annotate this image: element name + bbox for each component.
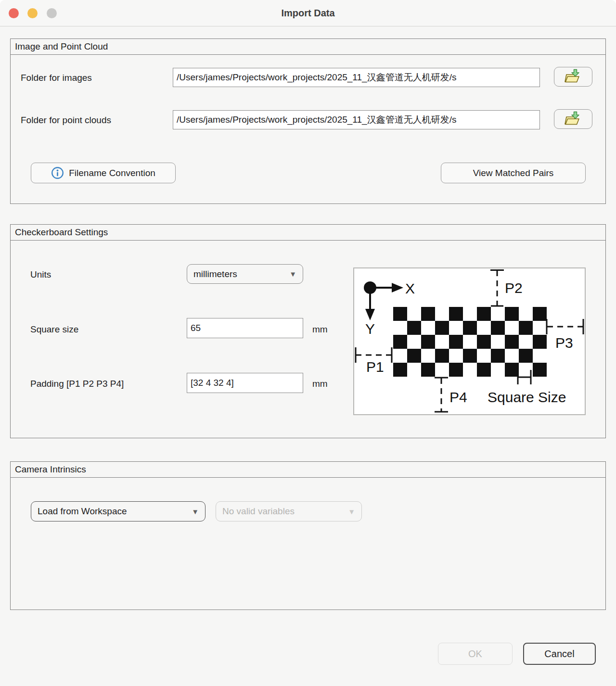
browse-clouds-button[interactable] <box>554 109 592 129</box>
square-size-input[interactable] <box>187 318 303 338</box>
camera-intrinsics-title: Camera Intrinsics <box>11 462 605 478</box>
square-size-label: Square size <box>30 324 78 335</box>
chevron-down-icon: ▼ <box>289 270 296 278</box>
open-folder-icon <box>564 68 583 86</box>
window-title: Import Data <box>0 0 616 26</box>
checkerboard-diagram: X Y <box>353 267 586 415</box>
folder-images-label: Folder for images <box>21 73 92 83</box>
import-data-dialog: Import Data Image and Point Cloud Folder… <box>0 0 616 686</box>
camera-intrinsics-panel: Camera Intrinsics Load from Workspace ▼ … <box>10 461 606 610</box>
checkerboard-settings-title: Checkerboard Settings <box>11 225 605 241</box>
view-matched-pairs-button[interactable]: View Matched Pairs <box>441 163 586 183</box>
browse-images-button[interactable] <box>554 67 592 87</box>
folder-clouds-label: Folder for point clouds <box>21 115 111 126</box>
folder-clouds-input[interactable] <box>173 110 540 129</box>
units-dropdown-value: millimeters <box>193 269 237 279</box>
view-matched-pairs-label: View Matched Pairs <box>473 168 554 178</box>
folder-images-input[interactable] <box>173 68 540 87</box>
image-point-cloud-title: Image and Point Cloud <box>11 39 605 55</box>
padding-label: Padding [P1 P2 P3 P4] <box>30 379 124 389</box>
open-folder-icon <box>564 111 583 128</box>
image-point-cloud-panel: Image and Point Cloud Folder for images … <box>10 38 606 204</box>
intrinsics-source-dropdown[interactable]: Load from Workspace ▼ <box>31 501 205 521</box>
chevron-down-icon: ▼ <box>348 508 355 516</box>
filename-convention-button[interactable]: Filename Convention <box>31 163 176 183</box>
padding-input[interactable] <box>187 373 303 393</box>
padding-unit: mm <box>312 379 328 389</box>
info-icon <box>51 166 64 179</box>
intrinsics-source-value: Load from Workspace <box>38 506 127 517</box>
diagram-x-label: X <box>405 280 415 296</box>
units-dropdown[interactable]: millimeters ▼ <box>187 264 303 284</box>
cancel-button[interactable]: Cancel <box>523 643 596 665</box>
ok-button[interactable]: OK <box>438 643 513 665</box>
chevron-down-icon: ▼ <box>192 508 199 516</box>
intrinsics-variable-dropdown[interactable]: No valid variables ▼ <box>216 501 362 521</box>
checkerboard-settings-panel: Checkerboard Settings Units millimeters … <box>10 224 606 438</box>
diagram-y-label: Y <box>365 321 375 337</box>
diagram-p2-label: P2 <box>505 280 523 296</box>
units-label: Units <box>30 269 51 280</box>
diagram-square-size-label: Square Size <box>488 389 566 405</box>
diagram-p3-label: P3 <box>555 335 573 351</box>
diagram-p1-label: P1 <box>366 359 384 375</box>
intrinsics-variable-value: No valid variables <box>222 506 295 517</box>
titlebar: Import Data <box>0 0 616 26</box>
filename-convention-label: Filename Convention <box>69 168 155 178</box>
square-size-unit: mm <box>312 324 328 335</box>
diagram-p4-label: P4 <box>449 389 467 405</box>
